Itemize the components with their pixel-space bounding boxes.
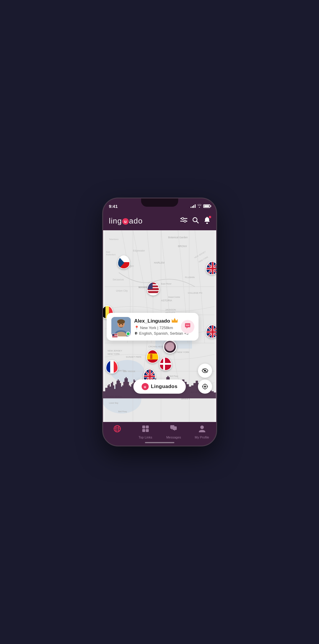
messages-icon [170,425,178,434]
map-background: Botanical Garden BRONX Teterboro Edgewat… [103,230,216,422]
user-flag [112,334,118,338]
nav-item-messages[interactable]: Messages [160,425,188,439]
svg-text:Botanical Garden: Botanical Garden [168,236,188,239]
grid-icon [142,425,149,434]
signal-icon [191,204,196,208]
svg-point-86 [122,324,123,325]
flag-pin-dk[interactable] [159,357,172,372]
svg-text:SUNSET PARK: SUNSET PARK [126,356,141,358]
svg-rect-62 [206,268,216,270]
svg-text:Teterboro: Teterboro [109,238,118,241]
svg-text:FLUSHIN: FLUSHIN [185,276,195,279]
crown-icon [172,318,178,324]
hide-location-button[interactable] [198,364,212,378]
svg-text:Union City: Union City [116,289,128,292]
profile-avatar-wrapper [111,317,131,336]
svg-rect-105 [146,429,149,432]
svg-point-85 [119,324,120,325]
svg-text:ASTORIA: ASTORIA [161,299,172,302]
chat-icon [184,323,191,331]
flag-pin-uk-top[interactable] [206,261,216,276]
flag-pin-uk-right[interactable] [206,325,216,339]
app-logo: linguado [109,216,143,226]
svg-text:East: East [106,251,110,253]
wifi-icon [197,204,202,208]
svg-point-94 [204,386,206,387]
svg-text:Lower Bay: Lower Bay [109,402,118,404]
svg-text:Rutherford: Rutherford [106,254,115,256]
svg-rect-102 [142,426,145,428]
svg-text:Grand Centre: Grand Centre [168,296,180,298]
svg-text:NEW JERSEY: NEW JERSEY [108,349,122,352]
linguados-label: Linguados [151,384,177,390]
svg-text:Secaucus: Secaucus [113,278,124,281]
profile-icon [199,425,206,434]
linguados-logo: u [141,383,148,390]
svg-text:Belt Pkwy: Belt Pkwy [118,410,127,413]
my-profile-label: My Profile [195,436,209,439]
flag-pin-czech[interactable] [117,255,130,270]
home-indicator [145,442,174,443]
svg-text:Belt Pkwy: Belt Pkwy [169,375,178,377]
svg-point-6 [206,223,208,224]
svg-text:East River: East River [161,282,171,285]
svg-text:BRONX: BRONX [178,245,187,248]
svg-point-106 [200,426,204,429]
svg-rect-104 [142,429,145,432]
photo-pin-user[interactable] [163,340,177,354]
header-icons [180,217,210,225]
svg-line-5 [196,221,199,223]
svg-point-89 [187,325,188,326]
svg-point-4 [193,218,197,222]
svg-point-88 [186,325,187,326]
nav-item-explore[interactable] [103,425,131,434]
profile-card[interactable]: Alex_Linguado 📍 New York | 7258km [107,313,199,341]
flag-pin-fr[interactable] [105,360,118,375]
search-button[interactable] [192,217,199,225]
svg-text:ST NEW YORK: ST NEW YORK [173,351,189,354]
notification-button[interactable] [204,217,210,225]
svg-rect-87 [172,321,178,323]
svg-point-3 [184,220,186,222]
location-button[interactable] [198,380,212,394]
svg-rect-71 [144,376,156,377]
notch [141,198,178,207]
nav-item-top-links[interactable]: Top Links [131,425,160,439]
svg-point-1 [181,217,184,219]
svg-text:COLLEGE PO: COLLEGE PO [188,292,202,294]
language-icon: 🗣 [134,331,138,336]
app-header: linguado [103,211,216,230]
globe-icon [113,425,121,434]
svg-point-84 [117,319,125,324]
svg-text:HARLEM: HARLEM [154,261,164,264]
online-indicator [126,332,130,336]
linguados-button[interactable]: u Linguados [133,380,186,394]
chat-button[interactable] [181,320,194,334]
phone-frame: 9:41 linguado [102,198,217,446]
flag-pin-es[interactable] [146,350,159,364]
top-links-label: Top Links [138,436,152,439]
flag-pin-us[interactable] [147,282,160,297]
battery-icon [203,204,210,208]
svg-rect-80 [206,331,216,333]
status-icons [191,204,210,208]
svg-text:NEW YORK: NEW YORK [108,353,120,356]
messages-label: Messages [166,436,181,439]
svg-text:Edgewater: Edgewater [133,249,145,252]
svg-point-90 [188,325,189,326]
nav-item-my-profile[interactable]: My Profile [188,425,216,439]
svg-text:JACKSON: JACKSON [165,308,176,311]
filter-button[interactable] [180,217,187,225]
location-pin-icon: 📍 [134,326,139,330]
map-container[interactable]: Botanical Garden BRONX Teterboro Edgewat… [103,230,216,422]
notification-dot [209,216,211,218]
svg-rect-103 [146,426,149,428]
status-time: 9:41 [109,204,118,209]
